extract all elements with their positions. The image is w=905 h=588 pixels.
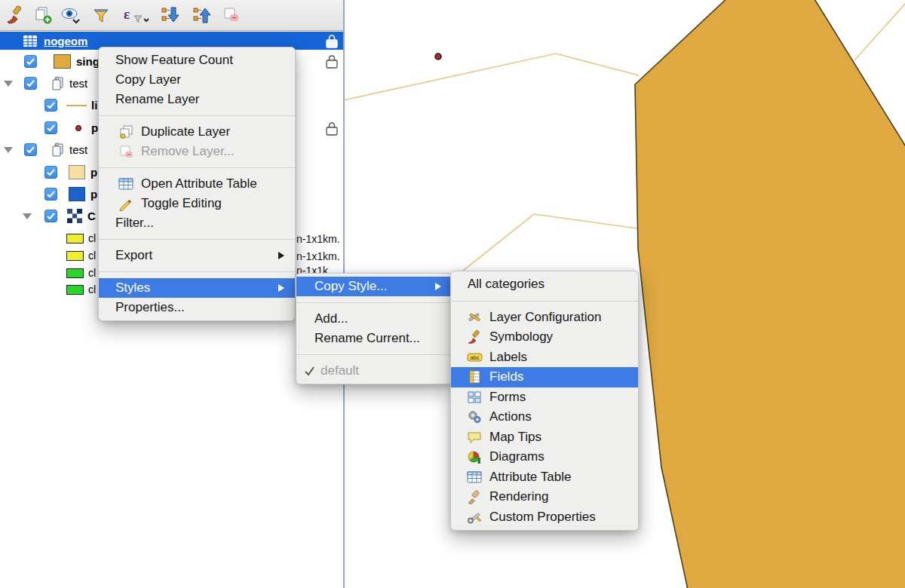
menu-item-styles[interactable]: Styles bbox=[99, 278, 295, 298]
submenu-arrow-icon bbox=[435, 283, 441, 290]
checkmark-icon bbox=[304, 365, 316, 377]
table-icon bbox=[23, 35, 38, 47]
menu-item-label: Export bbox=[115, 248, 152, 263]
menu-item-symbology[interactable]: Symbology bbox=[451, 327, 638, 348]
add-group-button[interactable] bbox=[32, 4, 54, 26]
layer-name: li bbox=[91, 99, 97, 112]
layer-name: C bbox=[87, 210, 96, 222]
menu-item-label: Forms bbox=[489, 390, 526, 405]
menu-item-label: Toggle Editing bbox=[141, 196, 222, 211]
layer-name: p bbox=[91, 121, 98, 134]
map-tip-icon bbox=[467, 430, 483, 445]
expand-all-icon bbox=[159, 5, 182, 26]
legend-label: cl bbox=[88, 283, 96, 296]
menu-item-toggle-editing[interactable]: Toggle Editing bbox=[99, 194, 295, 213]
group-name: test bbox=[69, 77, 87, 90]
legend-swatch bbox=[66, 285, 84, 295]
remove-layer-group-button[interactable] bbox=[220, 4, 243, 26]
layer-checkbox[interactable] bbox=[24, 77, 37, 90]
menu-separator bbox=[296, 302, 452, 303]
menu-item-duplicate-layer[interactable]: Duplicate Layer bbox=[99, 122, 295, 142]
expand-triangle-icon[interactable] bbox=[23, 213, 32, 219]
remove-layer-icon bbox=[118, 144, 135, 159]
menu-item-show-feature-count[interactable]: Show Feature Count bbox=[99, 51, 295, 70]
layer-checkbox[interactable] bbox=[44, 99, 57, 112]
abc-label-icon: abc bbox=[467, 350, 483, 365]
map-line-topright bbox=[854, 2, 905, 60]
legend-label: cl bbox=[88, 267, 96, 279]
menu-item-fields[interactable]: Fields bbox=[451, 367, 638, 387]
pencil-icon bbox=[118, 196, 135, 211]
menu-item-properties[interactable]: Properties... bbox=[99, 298, 295, 317]
menu-item-attribute-table[interactable]: Attribute Table bbox=[451, 467, 638, 488]
menu-item-open-attribute-table[interactable]: Open Attribute Table bbox=[99, 174, 295, 194]
line-swatch bbox=[66, 105, 87, 106]
open-layer-styling-button[interactable] bbox=[5, 4, 27, 26]
menu-item-actions[interactable]: Actions bbox=[451, 407, 638, 427]
expand-triangle-icon[interactable] bbox=[4, 147, 13, 153]
menu-item-copy-layer[interactable]: Copy Layer bbox=[99, 70, 295, 90]
menu-item-map-tips[interactable]: Map Tips bbox=[451, 427, 638, 448]
wrench-icon bbox=[467, 510, 483, 525]
clipped-layer-name: n-1x1km. bbox=[296, 233, 340, 245]
layer-checkbox[interactable] bbox=[44, 121, 57, 134]
menu-item-forms[interactable]: Forms bbox=[451, 387, 638, 408]
layer-checkbox[interactable] bbox=[24, 143, 37, 156]
group-name: test bbox=[69, 143, 87, 156]
clipped-layer-name: n-1x1km. bbox=[296, 250, 340, 262]
remove-layer-group-icon bbox=[221, 5, 242, 26]
menu-item-labels[interactable]: abc Labels bbox=[451, 348, 638, 368]
gears-icon bbox=[467, 409, 483, 424]
menu-item-rename-layer[interactable]: Rename Layer bbox=[99, 90, 295, 109]
menu-item-custom-properties[interactable]: Custom Properties bbox=[451, 507, 638, 528]
filter-legend-button[interactable] bbox=[90, 4, 112, 26]
menu-item-export[interactable]: Export bbox=[99, 246, 295, 265]
menu-separator bbox=[451, 301, 638, 302]
lock-icon bbox=[324, 121, 339, 136]
menu-item-label: Copy Style... bbox=[314, 279, 387, 294]
menu-item-label: Labels bbox=[489, 350, 527, 365]
layer-name: nogeom bbox=[44, 35, 87, 47]
fields-icon bbox=[467, 369, 483, 384]
map-line-upper bbox=[345, 54, 639, 100]
manage-visibility-button[interactable] bbox=[60, 4, 82, 26]
menu-item-copy-style[interactable]: Copy Style... bbox=[296, 277, 452, 296]
menu-item-rename-current-style[interactable]: Rename Current... bbox=[296, 329, 452, 348]
submenu-arrow-icon bbox=[278, 284, 284, 292]
menu-item-all-categories[interactable]: All categories bbox=[451, 274, 638, 295]
map-polygon-feature bbox=[635, 0, 905, 588]
layer-name: p bbox=[90, 188, 97, 201]
duplicate-layer-icon bbox=[118, 124, 135, 139]
menu-item-diagrams[interactable]: Diagrams bbox=[451, 447, 638, 467]
menu-item-label: Rename Layer bbox=[115, 92, 200, 107]
raster-icon bbox=[67, 209, 82, 223]
menu-item-remove-layer[interactable]: Remove Layer... bbox=[99, 142, 295, 161]
menu-item-add-style[interactable]: Add... bbox=[296, 309, 452, 329]
paintbrush-icon bbox=[467, 329, 483, 345]
submenu-arrow-icon bbox=[278, 252, 284, 259]
expand-triangle-icon[interactable] bbox=[4, 81, 13, 87]
layer-context-menu: Show Feature Count Copy Layer Rename Lay… bbox=[98, 47, 296, 321]
expand-all-button[interactable] bbox=[159, 4, 182, 26]
filter-expression-button[interactable]: ε bbox=[121, 4, 153, 26]
legend-swatch bbox=[66, 234, 84, 243]
map-point-feature bbox=[435, 54, 441, 60]
attribute-table-icon bbox=[467, 470, 483, 485]
menu-item-default-style[interactable]: default bbox=[296, 361, 452, 381]
attribute-table-icon bbox=[118, 176, 135, 191]
filter-expression-icon: ε bbox=[121, 5, 153, 26]
layer-checkbox[interactable] bbox=[44, 210, 57, 222]
menu-item-label: Symbology bbox=[489, 329, 553, 345]
menu-item-layer-configuration[interactable]: Layer Configuration bbox=[451, 308, 638, 328]
svg-text:abc: abc bbox=[470, 354, 479, 361]
layer-checkbox[interactable] bbox=[44, 188, 57, 201]
polygon-swatch bbox=[54, 54, 71, 69]
layer-checkbox[interactable] bbox=[24, 55, 37, 68]
layer-checkbox[interactable] bbox=[44, 166, 57, 179]
menu-item-label: Diagrams bbox=[489, 449, 545, 464]
manage-visibility-icon bbox=[60, 5, 82, 26]
menu-separator bbox=[99, 167, 295, 168]
menu-item-filter[interactable]: Filter... bbox=[99, 213, 295, 233]
collapse-all-button[interactable] bbox=[191, 4, 213, 26]
menu-item-rendering[interactable]: Rendering bbox=[451, 487, 638, 507]
